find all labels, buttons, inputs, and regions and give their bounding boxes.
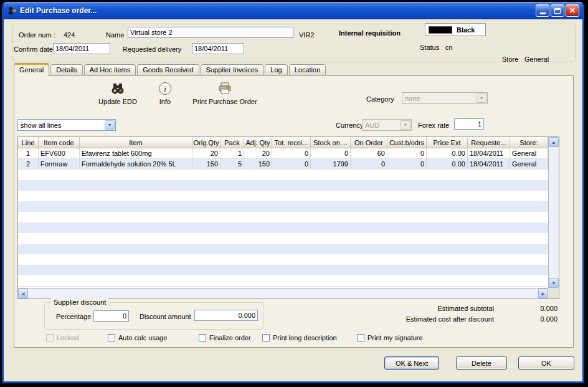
checkbox-icon[interactable] (199, 334, 206, 342)
scroll-up-icon[interactable]: ▲ (549, 137, 559, 147)
maximize-button[interactable] (551, 4, 564, 17)
table-empty-row (18, 233, 548, 244)
cell (39, 201, 80, 212)
checkbox-icon[interactable] (108, 334, 115, 342)
titlebar[interactable]: Edit Purchase order... ✕ (4, 2, 582, 19)
tab-supplier-invoices[interactable]: Supplier Invoices (201, 64, 264, 75)
horizontal-scroll-track[interactable] (28, 289, 538, 299)
column-header-10[interactable]: Price Ext (427, 137, 468, 148)
cell (244, 286, 272, 287)
tab-general[interactable]: General (14, 63, 49, 76)
scroll-left-icon[interactable]: ◄ (18, 289, 28, 299)
column-header-9[interactable]: Cust.b/odrs (387, 137, 427, 148)
column-header-6[interactable]: Tot. recei... (272, 137, 311, 148)
cell (427, 233, 468, 244)
cell: 5 (220, 159, 244, 170)
cell (510, 275, 548, 286)
tab-ad-hoc-items[interactable]: Ad Hoc items (84, 64, 136, 75)
cell (39, 244, 80, 254)
table-empty-row (18, 265, 548, 275)
column-header-11[interactable]: Requeste... (468, 137, 510, 148)
column-header-2[interactable]: Item (80, 137, 192, 148)
purchase-order-icon (7, 6, 17, 16)
tab-goods-received[interactable]: Goods Received (137, 64, 199, 75)
forex-rate-input[interactable] (454, 118, 484, 130)
cell: 60 (351, 148, 387, 159)
delete-button[interactable]: Delete (456, 356, 507, 370)
checkbox-icon[interactable] (357, 334, 364, 342)
cell (351, 222, 387, 233)
table-header: LineItem codeItemOrig.QtyPackAdj. QtyTot… (18, 137, 548, 148)
show-lines-select[interactable]: show all lines ▼ (17, 119, 116, 131)
cell (311, 212, 351, 222)
general-tab-panel: Update EDD i Info Print Purchase Order C… (14, 75, 574, 348)
table-row[interactable]: 2FormrawFormaldehyde solution 20% 5L1505… (18, 159, 548, 170)
vertical-scroll-track[interactable] (549, 147, 559, 278)
cell (80, 222, 192, 233)
info-icon: i (158, 82, 172, 95)
tab-details[interactable]: Details (50, 64, 83, 75)
cell (18, 170, 39, 180)
tab-location[interactable]: Location (289, 64, 326, 75)
column-header-3[interactable]: Orig.Qty (192, 137, 220, 148)
close-button[interactable]: ✕ (566, 4, 579, 17)
cell (427, 244, 468, 254)
column-header-8[interactable]: On Order (351, 137, 387, 148)
column-header-12[interactable]: Store: (510, 137, 548, 148)
tab-log[interactable]: Log (265, 64, 287, 75)
cell (311, 170, 351, 180)
cell (39, 286, 80, 287)
name-input[interactable] (128, 27, 293, 38)
confirm-date-input[interactable] (53, 43, 110, 54)
cell (80, 265, 192, 275)
currency-select: AUD ▼ (362, 119, 412, 131)
status-value: cn (445, 44, 453, 51)
cell (39, 212, 80, 222)
printer-icon (218, 82, 232, 95)
cell (311, 244, 351, 254)
info-button[interactable]: i Info (148, 82, 183, 105)
column-header-0[interactable]: Line (18, 137, 39, 148)
cell: 0 (272, 159, 311, 170)
estimated-cost-after-discount-value: 0.000 (506, 315, 557, 323)
column-header-4[interactable]: Pack (220, 137, 244, 148)
chevron-down-icon[interactable]: ▼ (105, 120, 115, 130)
scroll-right-icon[interactable]: ► (538, 289, 548, 299)
cell (220, 275, 244, 286)
confirm-date-label: Confirm date (14, 45, 53, 53)
cell (387, 244, 427, 254)
column-header-7[interactable]: Stock on ... (311, 137, 351, 148)
cell (387, 201, 427, 212)
percentage-input[interactable] (93, 310, 129, 322)
estimated-subtotal-label: Estimated subtotal (363, 305, 494, 312)
auto-calc-usage-checkbox[interactable]: Auto calc usage (108, 334, 167, 342)
cell (468, 254, 510, 265)
print-my-signature-checkbox[interactable]: Print my signature (357, 334, 423, 342)
ok-button[interactable]: OK (518, 356, 574, 370)
scroll-down-icon[interactable]: ▼ (549, 278, 559, 288)
color-select[interactable]: Black (425, 23, 486, 36)
table-empty-row (18, 286, 548, 287)
horizontal-scrollbar[interactable]: ◄ ► (18, 288, 548, 299)
checkbox-icon[interactable] (262, 334, 270, 342)
category-select: none ▼ (402, 92, 488, 104)
minimize-button[interactable] (536, 4, 549, 17)
discount-amount-input[interactable] (194, 310, 258, 321)
column-header-1[interactable]: Item code (39, 137, 80, 148)
cell (244, 275, 272, 286)
tab-bar: General Details Ad Hoc items Goods Recei… (14, 63, 327, 76)
ok-next-button[interactable]: OK & Next (384, 356, 439, 370)
requested-delivery-input[interactable] (192, 43, 244, 54)
cell (510, 201, 548, 212)
column-header-5[interactable]: Adj. Qty (244, 137, 272, 148)
cell (18, 233, 39, 244)
update-edd-button[interactable]: Update EDD (88, 82, 148, 105)
vertical-scrollbar[interactable]: ▲ ▼ (548, 137, 559, 288)
chevron-down-icon: ▼ (401, 120, 410, 130)
table-row[interactable]: 1EFV600Efavirenz tablet 600mg20120006000… (18, 148, 548, 159)
print-long-description-checkbox[interactable]: Print long description (262, 334, 337, 342)
cell (192, 275, 220, 286)
print-purchase-order-button[interactable]: Print Purchase Order (184, 82, 266, 105)
cell (220, 286, 244, 287)
finalize-order-checkbox[interactable]: Finalize order (199, 334, 251, 342)
